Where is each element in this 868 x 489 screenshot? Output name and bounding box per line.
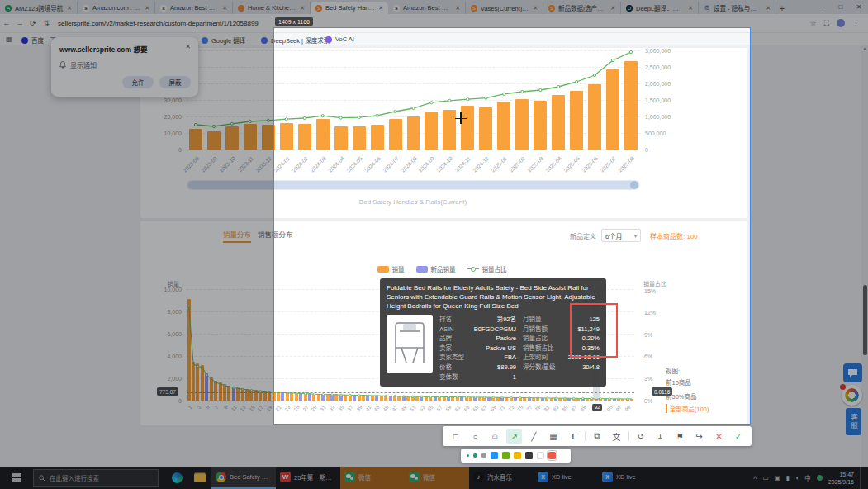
start-button[interactable] [0, 467, 33, 489]
taskbar-search-input[interactable]: 在此键入进行搜索 [33, 469, 159, 487]
color-swatch[interactable] [502, 452, 510, 459]
tray-display-icon[interactable]: ▭ [762, 474, 768, 482]
text-tool-icon[interactable]: T [565, 429, 581, 444]
url-text[interactable]: sellersprite.com/v2/market-research/cust… [58, 20, 259, 27]
tab-close-icon[interactable]: ✕ [300, 5, 305, 12]
taskbar-item-wechat[interactable]: 微信 [405, 467, 469, 489]
block-button[interactable]: 屏蔽 [159, 76, 191, 88]
color-swatch[interactable] [548, 452, 556, 459]
sticker-tool-icon[interactable]: ☺ [487, 429, 503, 444]
scrollbar-up-arrow[interactable]: ▲ [862, 46, 867, 51]
tab-close-icon[interactable]: ✕ [455, 5, 460, 12]
legend-item[interactable]: 销量 [377, 264, 405, 273]
customer-service-button[interactable]: 客服 [846, 408, 861, 435]
apps-grid-icon[interactable]: ▦ [6, 36, 12, 43]
tray-ime-indicator[interactable]: 中 [804, 473, 811, 482]
chat-widget-button[interactable] [843, 363, 862, 382]
close-icon[interactable]: ✕ [185, 43, 191, 50]
ellipse-tool-icon[interactable]: ○ [467, 429, 483, 444]
forward-icon[interactable]: → [13, 19, 26, 27]
translate-tool-icon[interactable]: ⧉ [589, 429, 605, 444]
browser-tab[interactable]: aAmazon Best Sell...✕ [155, 2, 233, 14]
browser-tab[interactable]: SVases(Current)|选...✕ [466, 2, 543, 14]
ocr-tool-icon[interactable]: 文 [609, 429, 624, 444]
browser-menu-icon[interactable]: ⋮ [852, 19, 860, 27]
tab-close-icon[interactable]: ✕ [222, 5, 227, 12]
save-tool-icon[interactable]: ↧ [652, 429, 668, 444]
stroke-size-dot[interactable] [481, 453, 487, 458]
taskbar-clock[interactable]: 15:47 2025/9/16 [828, 471, 854, 486]
pin-tool-icon[interactable]: ⚑ [672, 429, 688, 444]
taskbar-item-xdlive[interactable]: XXD live [534, 467, 598, 489]
color-swatch[interactable] [514, 452, 521, 459]
chart-zoom-slider[interactable] [187, 180, 640, 190]
browser-tab[interactable]: Home & Kitchen...✕ [233, 2, 311, 14]
taskbar-item-edge[interactable] [165, 467, 188, 489]
page-scrollbar-thumb[interactable] [863, 285, 867, 355]
color-swatch[interactable] [537, 452, 544, 459]
maximize-button[interactable]: □ [832, 0, 850, 14]
tray-chevron-up-icon[interactable]: ˄ [753, 474, 757, 482]
side-panel-icon[interactable]: ⛶ [824, 19, 829, 28]
profile-avatar[interactable] [837, 19, 845, 27]
stroke-size-dot[interactable] [473, 453, 477, 458]
new-tab-button[interactable]: + [776, 2, 788, 14]
page-scrollbar-track[interactable] [861, 45, 868, 467]
chart-zoom-slider-handle[interactable] [630, 181, 638, 189]
taskbar-item-folder[interactable] [188, 467, 211, 489]
taskbar-item-wechat[interactable]: 微信 [340, 467, 405, 489]
site-info-icon[interactable]: ⇅ [40, 19, 53, 27]
legend-item[interactable]: 新品销量 [416, 264, 456, 273]
browser-tab[interactable]: aAmazon.com : M...✕ [78, 2, 155, 14]
chart-legend[interactable]: 销量新品销量销量占比 [293, 264, 591, 273]
tab-revenue-distribution[interactable]: 销售额分布 [258, 229, 293, 239]
show-desktop-button[interactable] [860, 467, 863, 489]
tab-close-icon[interactable]: ✕ [610, 5, 615, 12]
taskbar-item-xdlive[interactable]: XXD live [598, 467, 662, 489]
bookmark-item[interactable]: DeepSeek | 深度求索 [261, 36, 330, 45]
taskbar-item-qishui[interactable]: ♪汽水音乐 [469, 467, 534, 489]
tab-close-icon[interactable]: ✕ [378, 5, 383, 12]
tab-close-icon[interactable]: ✕ [145, 5, 149, 12]
tray-battery-icon[interactable]: ▮ [786, 474, 790, 482]
arrow-tool-icon[interactable]: ↗ [506, 429, 522, 444]
rectangle-tool-icon[interactable]: □ [448, 429, 463, 444]
stroke-size-dot[interactable] [467, 454, 469, 457]
cancel-tool-icon[interactable]: ✕ [711, 429, 727, 444]
bookmark-item[interactable]: VoC AI [325, 36, 354, 43]
allow-button[interactable]: 允许 [122, 76, 154, 88]
reload-icon[interactable]: ⟳ [26, 19, 40, 27]
bookmark-star-icon[interactable]: ☆ [810, 19, 817, 27]
pen-tool-icon[interactable]: ╱ [526, 429, 542, 444]
mosaic-tool-icon[interactable]: ▦ [546, 429, 562, 444]
view-option[interactable]: 全部商品(100) [666, 404, 709, 413]
taskbar-item-wps[interactable]: W25年第一期选品总... [276, 467, 340, 489]
tab-sales-distribution[interactable]: 销量分布 [223, 229, 251, 243]
bookmark-item[interactable]: Google 翻译 [202, 36, 245, 45]
tab-close-icon[interactable]: ✕ [766, 5, 771, 12]
browser-tab[interactable]: ⚙设置 - 隐私与安全✕ [699, 2, 776, 14]
legend-item[interactable]: 销量占比 [467, 264, 507, 273]
browser-tab[interactable]: aAmazon Best Sell...✕ [388, 2, 466, 14]
taskbar-item-chrome[interactable]: Bed Safety Handl... [211, 467, 276, 489]
browser-tab[interactable]: SBed Safety Handl...✕ [311, 2, 388, 14]
browser-tab[interactable]: DDeepL翻译：全世...✕ [621, 2, 699, 14]
back-icon[interactable]: ← [0, 19, 13, 27]
undo-tool-icon[interactable]: ↺ [633, 429, 648, 444]
close-button[interactable]: ✕ [850, 0, 868, 14]
tab-close-icon[interactable]: ✕ [533, 5, 538, 12]
minimize-button[interactable]: ─ [813, 0, 832, 14]
tab-close-icon[interactable]: ✕ [67, 5, 72, 12]
color-swatch[interactable] [525, 452, 533, 459]
partner-logo-button[interactable] [842, 385, 862, 406]
view-option[interactable]: 前10商品 [666, 377, 691, 387]
share-tool-icon[interactable]: ↪ [691, 429, 707, 444]
new-product-definition-select[interactable]: 6个月 ▾ [601, 229, 641, 242]
tray-volume-icon[interactable]: ◖ [795, 474, 799, 482]
tray-app-icon[interactable]: ▣ [775, 474, 780, 482]
browser-tab[interactable]: S新品数据|选产品|...✕ [543, 2, 621, 14]
tab-close-icon[interactable]: ✕ [688, 5, 693, 12]
color-swatch[interactable] [491, 452, 498, 459]
browser-tab[interactable]: AAMZ123跨境导航✕ [0, 2, 78, 14]
confirm-tool-icon[interactable]: ✓ [731, 429, 747, 444]
